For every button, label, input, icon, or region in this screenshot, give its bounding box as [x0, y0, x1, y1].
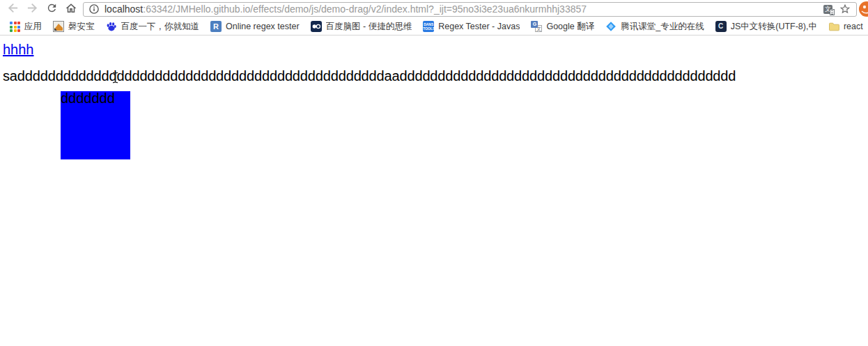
tencent-classroom-icon: [605, 21, 617, 32]
bookmark-item-regex-tester[interactable]: R Online regex tester: [205, 19, 305, 34]
danstools-icon: DANSTOOLS: [423, 21, 434, 32]
home-icon: [65, 2, 77, 17]
bookmark-label: Regex Tester - Javas: [438, 22, 520, 31]
home-button[interactable]: [61, 0, 81, 18]
bookmark-label: react: [844, 22, 863, 31]
bookmark-star-icon[interactable]: [839, 3, 851, 15]
bookmark-item-apps[interactable]: 应用: [3, 19, 47, 34]
page-content: hhhh saddddddddddddddddddddddddddddddddd…: [0, 36, 868, 345]
bookmark-item-tencent-classroom[interactable]: 腾讯课堂_专业的在线: [600, 19, 709, 34]
address-bar[interactable]: localhost:63342/JMHello.github.io/effect…: [83, 2, 857, 17]
browser-toolbar: localhost:63342/JMHello.github.io/effect…: [0, 0, 868, 18]
box-label-text: ddddddd: [61, 91, 130, 105]
js-converter-icon: C: [715, 21, 727, 32]
forward-button[interactable]: [22, 0, 42, 18]
draggable-blue-box[interactable]: ddddddd: [61, 91, 130, 159]
bookmark-item-js-converter[interactable]: C JS中文转换(UTF-8),中: [710, 19, 823, 34]
profile-avatar[interactable]: [859, 1, 868, 17]
bookmark-item-react-folder[interactable]: react: [823, 19, 868, 34]
bookmark-label: 百度脑图 - 便捷的思维: [326, 21, 412, 33]
translate-page-glyph: [830, 9, 835, 15]
bookmark-label: 磬安宝: [68, 21, 95, 33]
bookmark-label: 腾讯课堂_专业的在线: [621, 21, 704, 33]
bookmark-item-naotu[interactable]: 百度脑图 - 便捷的思维: [305, 19, 418, 34]
forward-arrow-icon: [26, 2, 38, 16]
bookmark-item-google-translate[interactable]: 文 G Google 翻译: [525, 19, 600, 34]
bookmark-label: 百度一下，你就知道: [121, 21, 200, 33]
back-arrow-icon: [7, 2, 19, 16]
refresh-icon: [46, 2, 58, 16]
baidu-naotu-icon: [311, 21, 322, 32]
bookmarks-bar: 应用 磬安宝 百度一下，你就知道 R Online regex tester: [0, 18, 868, 36]
bookmark-label: Online regex tester: [226, 22, 300, 31]
url-text[interactable]: localhost:63342/JMHello.github.io/effect…: [104, 3, 823, 16]
apps-grid-icon: [9, 21, 20, 32]
translate-page-front: G: [531, 21, 538, 28]
page-info-icon[interactable]: [88, 3, 100, 15]
text-cursor-pointer: [111, 72, 119, 86]
hhhh-link[interactable]: hhhh: [3, 42, 34, 58]
translate-icon[interactable]: 文: [823, 5, 832, 14]
baidu-paw-icon: [106, 21, 117, 32]
bookmark-label: 应用: [24, 21, 42, 33]
url-host: localhost: [104, 3, 143, 15]
cat-photo-icon: [53, 21, 64, 32]
letter-r-icon: R: [210, 21, 222, 32]
back-button[interactable]: [3, 0, 22, 18]
bookmark-label: Google 翻译: [546, 21, 594, 33]
bookmark-item-qinganbao[interactable]: 磬安宝: [47, 19, 100, 34]
bookmark-label: JS中文转换(UTF-8),中: [731, 21, 817, 33]
bookmark-item-danstools[interactable]: DANSTOOLS Regex Tester - Javas: [417, 19, 525, 34]
bookmark-item-baidu[interactable]: 百度一下，你就知道: [100, 19, 206, 34]
url-path: :63342/JMHello.github.io/effects/demo/js…: [143, 3, 587, 15]
google-translate-icon: 文 G: [531, 21, 542, 32]
folder-icon: [828, 21, 839, 32]
refresh-button[interactable]: [42, 0, 61, 18]
